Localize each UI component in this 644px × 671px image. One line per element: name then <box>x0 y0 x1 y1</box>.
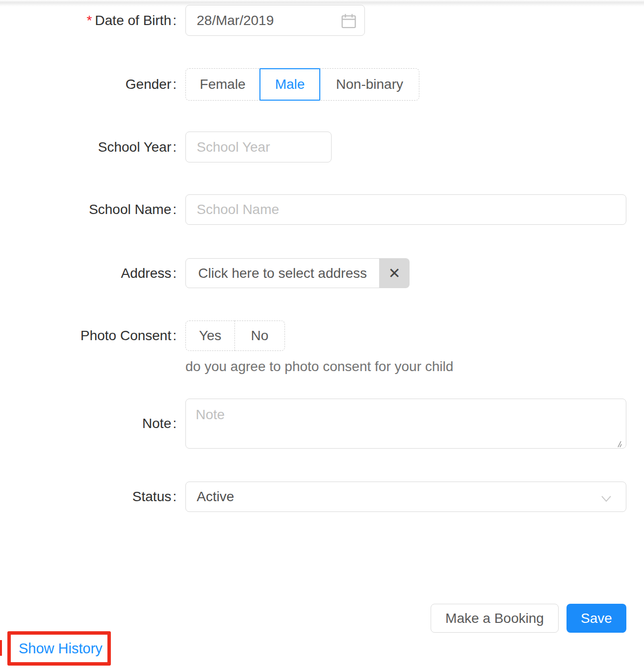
gender-option-male[interactable]: Male <box>259 68 320 101</box>
status-label: Status: <box>0 482 177 512</box>
calendar-icon[interactable] <box>340 13 357 31</box>
required-asterisk: * <box>87 13 92 28</box>
annotation-red-box: Show History <box>7 631 111 666</box>
show-history-link[interactable]: Show History <box>19 641 103 657</box>
note-textarea[interactable] <box>185 399 626 449</box>
child-details-form: *Date of Birth: Gender: Female Male Non-… <box>0 0 644 671</box>
chevron-down-icon <box>599 492 613 508</box>
gender-option-nonbinary[interactable]: Non-binary <box>320 68 419 101</box>
photo-consent-label: Photo Consent: <box>0 321 177 351</box>
photo-consent-no[interactable]: No <box>234 321 285 351</box>
textarea-resize-handle[interactable] <box>614 440 622 450</box>
status-select[interactable]: Active <box>185 482 626 512</box>
dob-label: *Date of Birth: <box>0 5 177 36</box>
address-label: Address: <box>0 258 177 288</box>
school-name-label: School Name: <box>0 194 177 225</box>
save-button[interactable]: Save <box>567 604 626 633</box>
clear-address-button[interactable]: ✕ <box>379 258 410 288</box>
school-year-input[interactable] <box>185 132 332 162</box>
clear-icon: ✕ <box>388 265 400 282</box>
school-year-label: School Year: <box>0 132 177 162</box>
status-select-value: Active <box>197 489 234 505</box>
photo-consent-yes[interactable]: Yes <box>185 321 235 351</box>
gender-label: Gender: <box>0 68 177 101</box>
school-name-input[interactable] <box>185 194 626 225</box>
dob-input[interactable] <box>185 5 365 36</box>
gender-option-female[interactable]: Female <box>185 68 260 101</box>
select-address-button[interactable]: Click here to select address <box>185 258 380 288</box>
annotation-red-sliver <box>0 640 2 656</box>
photo-consent-help-text: do you agree to photo consent for your c… <box>185 359 453 375</box>
note-label: Note: <box>0 399 177 449</box>
make-a-booking-button[interactable]: Make a Booking <box>431 604 559 633</box>
